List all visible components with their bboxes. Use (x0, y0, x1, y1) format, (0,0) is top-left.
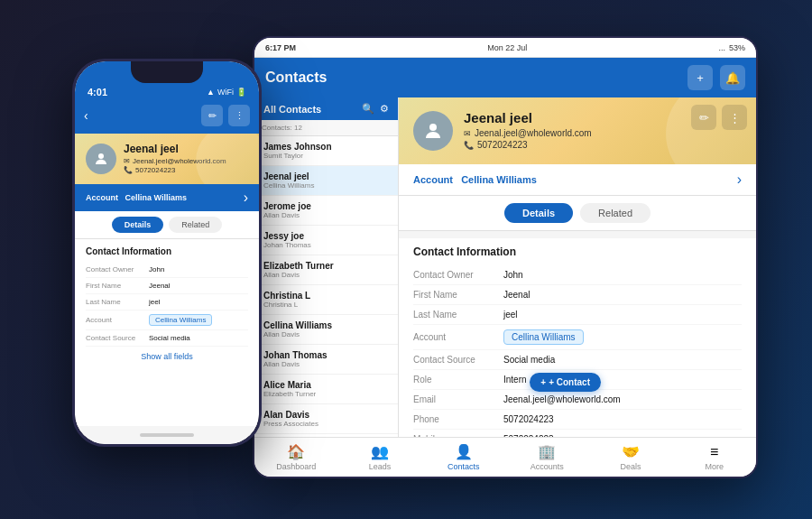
list-item[interactable]: Cellina Williams Allan Davis (254, 315, 398, 345)
phone-tab-details[interactable]: Details (112, 217, 164, 233)
add-contact-button[interactable]: + + Contact (530, 373, 601, 392)
tablet-screen: 6:17 PM Mon 22 Jul ... 53% Contacts + 🔔 … (254, 38, 756, 477)
field-label: Last Name (86, 298, 149, 306)
field-phone: Phone 5072024223 (413, 410, 742, 430)
more-icon: ≡ (710, 444, 718, 460)
nav-more[interactable]: ≡ More (672, 444, 756, 471)
phone-field-owner: Contact Owner John (86, 262, 248, 278)
field-value-chip: Cellina Williams (149, 314, 212, 326)
nav-deals[interactable]: 🤝 Deals (589, 443, 673, 471)
tablet-bell-button[interactable]: 🔔 (720, 65, 745, 90)
nav-leads[interactable]: 👥 Leads (338, 443, 422, 471)
tablet-title: Contacts (265, 70, 327, 86)
contact-sub: Allan Davis (263, 360, 389, 368)
list-item[interactable]: Jeenal jeel Cellina Williams (254, 166, 398, 196)
plus-icon: + (540, 377, 546, 387)
phone-notch (131, 61, 203, 83)
filter-icon[interactable]: ⚙ (380, 103, 389, 115)
back-button[interactable]: ‹ (84, 108, 88, 123)
phone-account-label: Account (86, 193, 118, 202)
phone-tab-related[interactable]: Related (169, 217, 222, 233)
contact-sub: Johan Thomas (263, 241, 389, 249)
contact-phone-row: 📞 5072024223 (464, 140, 592, 150)
leads-icon: 👥 (371, 443, 389, 460)
contact-sub: Press Associates (263, 420, 389, 428)
more-button[interactable]: ⋮ (722, 105, 747, 130)
list-item[interactable]: Jessy joe Johan Thomas (254, 226, 398, 255)
contact-name: Jerome joe (263, 201, 389, 211)
list-item[interactable]: Elizabeth Turner Allan Davis (254, 255, 398, 285)
contact-sub: Allan Davis (263, 211, 389, 219)
phone-time: 4:01 (88, 87, 107, 97)
chevron-right-icon: › (737, 171, 742, 188)
add-contact-label: + Contact (549, 377, 590, 387)
nav-label: Accounts (531, 462, 564, 471)
list-item[interactable]: Jerome joe Allan Davis (254, 196, 398, 226)
tablet-topbar: Contacts + 🔔 (254, 58, 756, 97)
deals-icon: 🤝 (622, 443, 640, 460)
phone-phone-row: 📞 5072024223 (124, 166, 226, 174)
phone-status-icons: ▲ WiFi 🔋 (207, 88, 246, 97)
tab-details[interactable]: Details (504, 203, 573, 223)
tablet-status-icons: ... 53% (718, 43, 745, 52)
phone-account-label-row: Account Cellina Williams (86, 193, 187, 202)
field-label: Phone (413, 414, 503, 424)
nav-accounts[interactable]: 🏢 Accounts (505, 443, 589, 471)
avatar (413, 111, 453, 151)
phone-section-title: Contact Information (86, 246, 248, 256)
show-all-fields-button[interactable]: Show all fields (86, 347, 248, 366)
phone-field-account: Account Cellina Williams (86, 310, 248, 330)
edit-button[interactable]: ✏ (691, 105, 716, 130)
contact-sub: Elizabeth Turner (263, 390, 389, 398)
contact-name: James Johnson (263, 142, 389, 152)
field-value: Jeenal (503, 290, 530, 300)
field-value: Social media (149, 334, 190, 342)
contact-name: Alan Davis (263, 410, 389, 420)
contact-email: Jeenal.jeel@wholeworld.com (475, 128, 592, 138)
field-label: Contact Owner (413, 270, 503, 280)
phone-avatar (86, 144, 116, 174)
field-label: First Name (413, 290, 503, 300)
list-item[interactable]: Alice Maria Elizabeth Turner (254, 375, 398, 404)
phone-contact-card: Jeenal jeel ✉ Jeenal.jeel@wholeworld.com… (75, 134, 259, 184)
field-label: Last Name (413, 310, 503, 320)
field-contact-owner: Contact Owner John (413, 265, 742, 285)
phone-field-first-name: First Name Jeenal (86, 278, 248, 294)
field-label: Contact Source (86, 334, 149, 342)
list-item[interactable]: Johan Thomas Allan Davis (254, 345, 398, 375)
field-value: Intern (503, 375, 527, 385)
contacts-icon: 👤 (455, 443, 473, 460)
tablet-add-button[interactable]: + (687, 65, 713, 90)
list-item[interactable]: James Johnson Sumit Taylor (254, 136, 398, 166)
accounts-icon: 🏢 (538, 443, 556, 460)
nav-contacts[interactable]: 👤 Contacts (421, 443, 505, 471)
list-item[interactable]: Christina L Christina L (254, 285, 398, 315)
field-label: Contact Owner (86, 265, 149, 273)
account-label-row: Account Cellina Williams (413, 174, 537, 185)
list-item[interactable]: Alan Davis Press Associates (254, 404, 398, 434)
account-row[interactable]: Account Cellina Williams › (399, 164, 756, 196)
phone-account-row[interactable]: Account Cellina Williams › (75, 184, 259, 211)
search-icon[interactable]: 🔍 (362, 103, 374, 115)
contact-full-name: Jeenal jeel (464, 110, 592, 125)
field-first-name: First Name Jeenal (413, 285, 742, 305)
contacts-list-tabs: Contacts: 12 (254, 120, 398, 136)
field-value-chip: Cellina Williams (503, 329, 584, 345)
field-value: John (149, 265, 164, 273)
phone-icon: 📞 (464, 141, 474, 150)
contact-sub: Allan Davis (263, 330, 389, 338)
phone-topbar-icons: ✏ ⋮ (201, 105, 250, 126)
account-value: Cellina Williams (461, 174, 537, 185)
svg-point-1 (98, 153, 104, 159)
nav-dashboard[interactable]: 🏠 Dashboard (254, 443, 338, 471)
phone-more-button[interactable]: ⋮ (228, 105, 250, 126)
home-indicator (140, 433, 194, 437)
contact-email-row: ✉ Jeenal.jeel@wholeworld.com (464, 128, 592, 138)
tablet-date: Mon 22 Jul (487, 43, 527, 52)
tab-related[interactable]: Related (580, 203, 651, 223)
phone-phone: 5072024223 (135, 166, 176, 174)
phone-edit-button[interactable]: ✏ (201, 105, 223, 126)
field-value: Jeenal.jeel@wholeworld.com (503, 394, 621, 404)
signal-icon: ▲ (207, 88, 215, 97)
contact-name: Alice Maria (263, 380, 389, 390)
